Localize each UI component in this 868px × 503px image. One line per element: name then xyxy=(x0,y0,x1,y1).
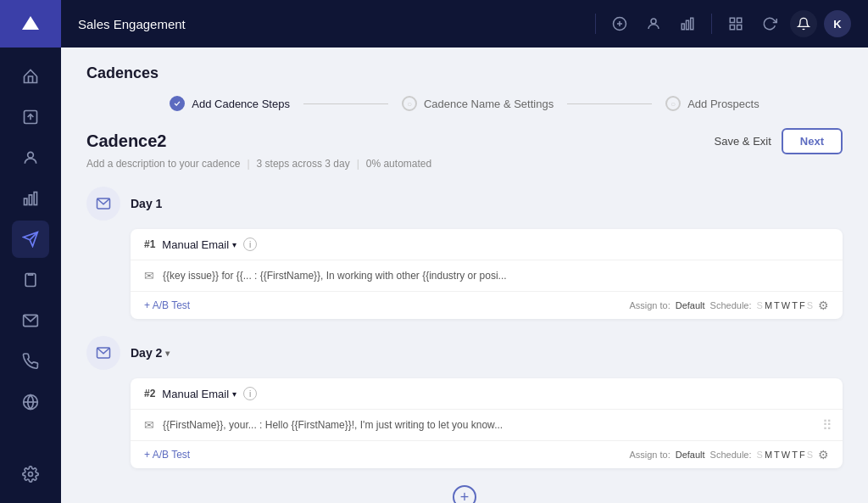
main-area: Sales Engagement K xyxy=(61,0,868,503)
step-1-info-icon[interactable]: i xyxy=(243,238,257,251)
step-2-type-chevron[interactable]: ▾ xyxy=(232,389,236,399)
day-1-step-footer: + A/B Test Assign to: Default Schedule: … xyxy=(131,291,843,319)
chart-icon[interactable] xyxy=(674,10,701,37)
step-circle-2: ○ xyxy=(402,96,417,111)
cadence-name: Cadence2 xyxy=(86,131,167,151)
day-2-header: Day 2 ▾ xyxy=(86,336,843,370)
svg-rect-18 xyxy=(682,24,684,30)
sidebar-item-clipboard[interactable] xyxy=(12,261,49,299)
topbar-icons: K xyxy=(592,10,851,37)
sidebar-nav xyxy=(12,48,49,503)
step-2-number: #2 xyxy=(144,388,155,400)
day-2-section: Day 2 ▾ #2 Manual Email ▾ i ✉ {{FirstNam… xyxy=(86,336,843,468)
grid-icon[interactable] xyxy=(722,10,749,37)
sidebar-item-home[interactable] xyxy=(12,58,49,95)
day-1-header: Day 1 xyxy=(86,187,843,221)
day-2-step-body: ✉ {{FirstName}}, your... : Hello {{First… xyxy=(131,410,843,440)
day-2-icon xyxy=(86,336,120,370)
topbar: Sales Engagement K xyxy=(61,0,868,48)
step-cadence-name[interactable]: ○ Cadence Name & Settings xyxy=(402,96,554,111)
sidebar-logo[interactable] xyxy=(0,0,61,48)
assign-value-1: Default xyxy=(676,300,705,310)
step-label-1: Add Cadence Steps xyxy=(192,98,290,110)
email-icon-sm-1: ✉ xyxy=(144,269,154,282)
email-icon-sm-2: ✉ xyxy=(144,418,154,432)
cadence-automated-meta: 0% automated xyxy=(366,158,431,170)
next-button[interactable]: Next xyxy=(782,128,843,154)
svg-rect-20 xyxy=(691,18,693,30)
day-2-step-footer: + A/B Test Assign to: Default Schedule: … xyxy=(131,440,843,468)
step-1-number: #1 xyxy=(144,238,155,250)
svg-point-3 xyxy=(28,152,34,158)
sidebar-item-phone[interactable] xyxy=(12,343,49,380)
schedule-settings-2[interactable]: ⚙ xyxy=(818,448,829,461)
ab-test-btn-1[interactable]: + A/B Test xyxy=(144,299,190,311)
sidebar-item-upload[interactable] xyxy=(12,98,49,136)
refresh-icon[interactable] xyxy=(756,10,783,37)
footer-right-1: Assign to: Default Schedule: S M T W T F… xyxy=(629,299,829,312)
sidebar-item-chart[interactable] xyxy=(12,180,49,217)
step-1-type: Manual Email ▾ xyxy=(162,238,236,251)
sidebar xyxy=(0,0,61,503)
add-step-button[interactable]: + xyxy=(86,485,843,503)
save-exit-button[interactable]: Save & Exit xyxy=(715,135,771,148)
cadence-actions: Save & Exit Next xyxy=(715,128,843,154)
svg-rect-23 xyxy=(730,25,734,30)
step-2-info-icon[interactable]: i xyxy=(243,387,257,400)
step-circle-3: ○ xyxy=(665,96,681,111)
topbar-divider-2 xyxy=(711,14,712,34)
step-add-prospects[interactable]: ○ Add Prospects xyxy=(665,96,760,111)
svg-rect-24 xyxy=(737,25,742,30)
day-2-step-card: #2 Manual Email ▾ i ✉ {{FirstName}}, you… xyxy=(131,378,843,468)
svg-point-17 xyxy=(651,19,656,24)
content-area: Cadences Add Cadence Steps ○ Cadence Nam… xyxy=(61,48,868,503)
ab-test-btn-2[interactable]: + A/B Test xyxy=(144,449,190,461)
day-2-chevron: ▾ xyxy=(165,349,170,358)
day-1-label[interactable]: Day 1 xyxy=(131,197,162,210)
day-1-step-card: #1 Manual Email ▾ i ✉ {{key issue}} for … xyxy=(131,229,843,319)
page-title: Cadences xyxy=(86,64,843,82)
cadence-meta: Add a description to your cadence | 3 st… xyxy=(86,158,843,170)
step-2-preview: {{FirstName}}, your... : Hello {{FirstNa… xyxy=(163,419,829,431)
cadence-steps-meta: 3 steps across 3 day xyxy=(257,158,350,170)
step-circle-1 xyxy=(170,96,185,111)
notification-avatar[interactable] xyxy=(790,10,817,37)
assign-value-2: Default xyxy=(676,450,705,460)
cadence-header: Cadence2 Save & Exit Next xyxy=(86,128,843,154)
schedule-settings-1[interactable]: ⚙ xyxy=(818,299,829,312)
topbar-divider xyxy=(595,14,596,34)
user-icon[interactable] xyxy=(640,10,667,37)
sidebar-item-send[interactable] xyxy=(12,221,49,258)
step-add-cadence[interactable]: Add Cadence Steps xyxy=(170,96,290,111)
step-line-2 xyxy=(567,103,652,104)
svg-point-13 xyxy=(29,472,33,477)
stepper: Add Cadence Steps ○ Cadence Name & Setti… xyxy=(86,96,843,111)
step-label-2: Cadence Name & Settings xyxy=(424,98,554,110)
step-1-preview: {{key issue}} for {{... : {{FirstName}},… xyxy=(163,270,829,282)
svg-point-25 xyxy=(174,100,181,107)
sidebar-item-person[interactable] xyxy=(12,139,49,176)
step-1-type-chevron[interactable]: ▾ xyxy=(232,240,236,249)
user-avatar[interactable]: K xyxy=(824,10,851,37)
svg-marker-0 xyxy=(22,16,39,30)
day-2-step-header: #2 Manual Email ▾ i xyxy=(131,378,843,410)
sidebar-item-settings[interactable] xyxy=(12,455,49,493)
drag-handle-2[interactable]: ⠿ xyxy=(822,417,832,433)
dollar-icon[interactable] xyxy=(606,10,633,37)
footer-right-2: Assign to: Default Schedule: S M T W T F… xyxy=(629,448,829,461)
schedule-days-2: S M T W T F S xyxy=(757,450,813,460)
cadence-description: Add a description to your cadence xyxy=(86,158,240,170)
svg-rect-21 xyxy=(730,18,734,22)
schedule-days-1: S M T W T F S xyxy=(757,300,813,310)
sidebar-item-globe[interactable] xyxy=(12,383,49,421)
svg-rect-5 xyxy=(29,195,31,205)
day-1-step-header: #1 Manual Email ▾ i xyxy=(131,229,843,260)
svg-rect-6 xyxy=(34,193,36,205)
svg-rect-22 xyxy=(737,18,742,22)
step-label-3: Add Prospects xyxy=(687,98,760,110)
sidebar-item-mail[interactable] xyxy=(12,302,49,339)
add-step-circle: + xyxy=(453,485,476,503)
step-2-type: Manual Email ▾ xyxy=(162,388,236,400)
day-2-label[interactable]: Day 2 ▾ xyxy=(131,346,170,360)
day-1-section: Day 1 #1 Manual Email ▾ i ✉ {{key issue}… xyxy=(86,187,843,319)
